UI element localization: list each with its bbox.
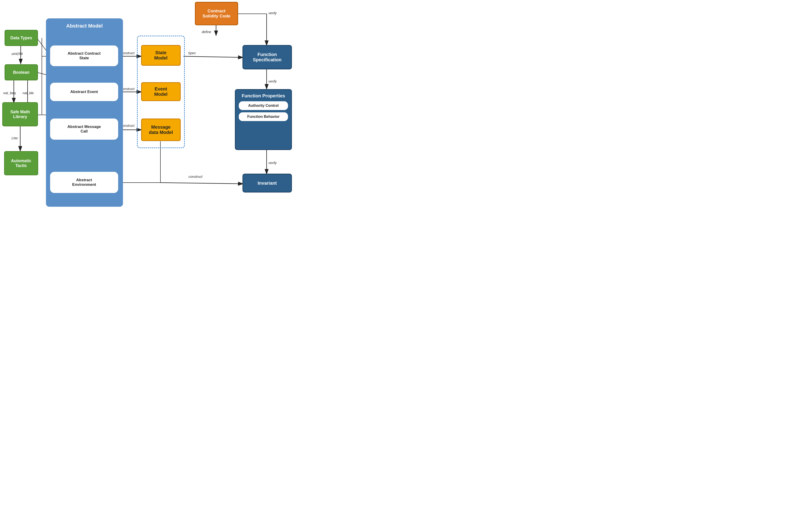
ltac-label: Ltac <box>12 136 18 140</box>
auto-tactic-box: Automatic Tactic <box>4 151 38 175</box>
diagram: uint256 nat_beq nat_ble Ltac construct c… <box>0 0 399 266</box>
authority-control-inner: Authority Control <box>239 101 288 110</box>
abstract-environment-box: Abstract Environment <box>50 172 118 193</box>
abstract-model-title: Abstract Model <box>50 23 119 29</box>
abstract-contract-state-box: Abstract Contract State <box>50 45 118 66</box>
define-label: define <box>202 30 211 34</box>
function-properties-title: Function Properties <box>239 93 288 98</box>
uint256-label: uint256 <box>12 52 23 56</box>
verify2-label: verify <box>268 79 277 83</box>
message-data-model-box: Message data Model <box>141 118 181 141</box>
function-specification-box: Function Specification <box>242 45 292 69</box>
state-model-box: State Model <box>141 45 181 66</box>
boolean-box: Boolean <box>5 64 38 80</box>
nat-ble-label: nat_ble <box>22 91 34 95</box>
abstract-message-call-box: Abstract Message Call <box>50 118 118 140</box>
svg-line-16 <box>183 56 243 57</box>
nat-beq-label: nat_beq <box>3 91 16 95</box>
invariant-box: Invariant <box>242 174 292 192</box>
safe-math-box: Safe Math Library <box>2 102 38 126</box>
svg-line-23 <box>161 183 243 184</box>
verify3-label: verify <box>268 161 277 165</box>
event-model-box: Event Model <box>141 82 181 101</box>
contract-solidity-box: Contract Solidity Code <box>195 2 238 25</box>
spec-label: Spec <box>188 51 196 55</box>
function-properties-box: Function Properties Authority Control Fu… <box>235 89 292 150</box>
function-behavior-inner: Function Behavior <box>239 112 288 121</box>
abstract-event-box: Abstract Event <box>50 83 118 101</box>
construct4-label: construct <box>188 175 203 178</box>
verify1-label: verify <box>268 11 277 15</box>
data-types-box: Data Types <box>5 30 38 46</box>
